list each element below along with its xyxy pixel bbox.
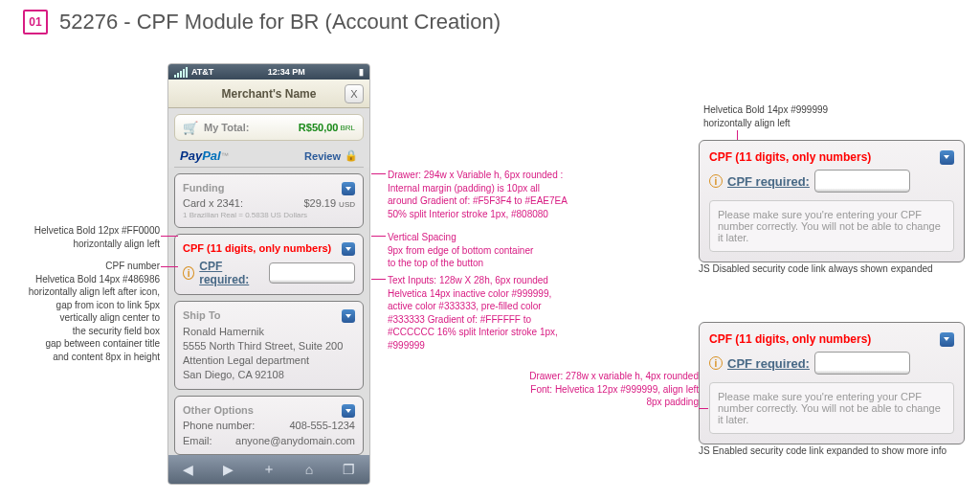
email-value: anyone@anydomain.com (235, 435, 355, 446)
anno-caption-1: JS Disabled security code link always sh… (699, 262, 976, 276)
shipto-name: Ronald Hamernik (183, 325, 355, 339)
cpf-required-link[interactable]: CPF required: (727, 174, 810, 189)
total-currency: BRL (340, 124, 355, 132)
merchant-name: Merchant's Name (222, 87, 317, 101)
status-bar: AT&T 12:34 PM ▮ (168, 64, 369, 80)
phone-value: 408-555-1234 (289, 420, 355, 431)
info-icon[interactable]: i (709, 174, 723, 188)
callout-line (161, 236, 178, 237)
phone-label: Phone number: (183, 420, 255, 431)
add-button[interactable]: ＋ (262, 461, 276, 478)
total-amount: R$50,00 (299, 122, 339, 133)
anno-mid-3: Text Inputs: 128w X 28h, 6px rounded Hel… (388, 274, 598, 352)
shipto-panel[interactable]: Ship To Ronald Hamernik 5555 North Third… (174, 301, 364, 390)
chevron-down-icon[interactable] (342, 182, 355, 195)
drawer-js-disabled: CPF (11 digits, only numbers) i CPF requ… (699, 140, 965, 262)
callout-line (699, 408, 708, 409)
drawer-js-enabled: CPF (11 digits, only numbers) i CPF requ… (699, 322, 965, 444)
clock: 12:34 PM (268, 67, 305, 77)
anno-mid-1: Drawer: 294w x Variable h, 6px rounded :… (388, 169, 598, 220)
cpf-input[interactable] (269, 262, 355, 284)
anno-left-1: Helvetica Bold 12px #FF0000 horizontally… (5, 224, 160, 250)
chevron-down-icon[interactable] (342, 404, 355, 418)
anno-left-2: CPF number Helvetica Bold 14px #486986 h… (5, 260, 160, 363)
callout-line (371, 279, 386, 280)
other-panel[interactable]: Other Options Phone number:408-555-1234 … (174, 396, 364, 455)
cpf-panel: CPF (11 digits, only numbers) i CPF requ… (174, 234, 364, 295)
cart-icon: 🛒 (183, 121, 198, 135)
review-label: Review (304, 150, 341, 162)
funding-card: Card x 2341: (183, 197, 243, 209)
close-button[interactable]: X (345, 84, 364, 103)
callout-line (371, 173, 386, 174)
anno-mid-2: Vertical Spacing 9px from edge of bottom… (388, 231, 598, 270)
chevron-down-icon[interactable] (940, 150, 954, 165)
callout-line (161, 266, 178, 267)
email-label: Email: (183, 435, 212, 446)
cpf-error: CPF (11 digits, only numbers) (183, 242, 355, 254)
cpf-error: CPF (11 digits, only numbers) (709, 332, 954, 346)
shipto-street: 5555 North Third Street, Suite 200 (183, 339, 355, 353)
cpf-required-link[interactable]: CPF required: (727, 356, 810, 371)
funding-header: Funding (183, 182, 355, 194)
total-bar[interactable]: 🛒 My Total: R$50,00 BRL (174, 114, 364, 141)
anno-caption-2: JS Enabled security code link expanded t… (699, 444, 976, 458)
anno-right-mid: Drawer: 278w x variable h, 4px rounded F… (522, 370, 699, 409)
info-icon[interactable]: i (183, 266, 194, 280)
anno-right-header: Helvetica Bold 14px #999999 horizontally… (703, 103, 895, 129)
paypal-logo: PayPal (180, 148, 221, 163)
phone-mock: AT&T 12:34 PM ▮ Merchant's Name X 🛒 My T… (167, 63, 370, 485)
chevron-down-icon[interactable] (940, 332, 954, 347)
forward-button[interactable]: ▶ (223, 462, 234, 477)
info-icon[interactable]: i (709, 356, 723, 370)
callout-line (371, 236, 386, 237)
lock-icon: 🔒 (345, 149, 358, 162)
shipto-attn: Attention Legal department (183, 353, 355, 368)
battery-icon: ▮ (359, 67, 364, 77)
page-title: 52276 - CPF Module for BR (Account Creat… (59, 10, 501, 34)
cpf-required-link[interactable]: CPF required: (199, 260, 264, 286)
shipto-city: San Diego, CA 92108 (183, 368, 355, 382)
shipto-header: Ship To (183, 309, 355, 321)
exchange-rate: 1 Brazilian Real = 0.5838 US Dollars (183, 211, 355, 219)
paypal-header: PayPal™ Review 🔒 (174, 145, 364, 168)
funding-panel[interactable]: Funding Card x 2341: $29.19 USD 1 Brazil… (174, 173, 364, 228)
merchant-bar: Merchant's Name X (168, 80, 369, 108)
chevron-down-icon[interactable] (342, 309, 355, 323)
cpf-input[interactable] (814, 352, 910, 375)
cpf-error: CPF (11 digits, only numbers) (709, 150, 954, 164)
cpf-help-message: Please make sure you're entering your CP… (709, 200, 954, 252)
funding-amount: $29.19 (303, 197, 336, 209)
funding-currency: USD (339, 200, 355, 209)
cpf-help-message: Please make sure you're entering your CP… (709, 382, 954, 434)
browser-toolbar: ◀ ▶ ＋ ⌂ ❐ (168, 455, 369, 484)
chevron-down-icon[interactable] (342, 242, 355, 256)
mytotal-label: My Total: (204, 122, 299, 133)
signal-icon (174, 67, 188, 78)
tabs-button[interactable]: ❐ (343, 462, 355, 477)
back-button[interactable]: ◀ (183, 462, 193, 477)
other-header: Other Options (183, 404, 355, 416)
page-badge: 01 (23, 10, 48, 34)
bookmarks-button[interactable]: ⌂ (305, 462, 313, 477)
carrier-label: AT&T (191, 67, 213, 77)
cpf-input[interactable] (814, 170, 910, 193)
